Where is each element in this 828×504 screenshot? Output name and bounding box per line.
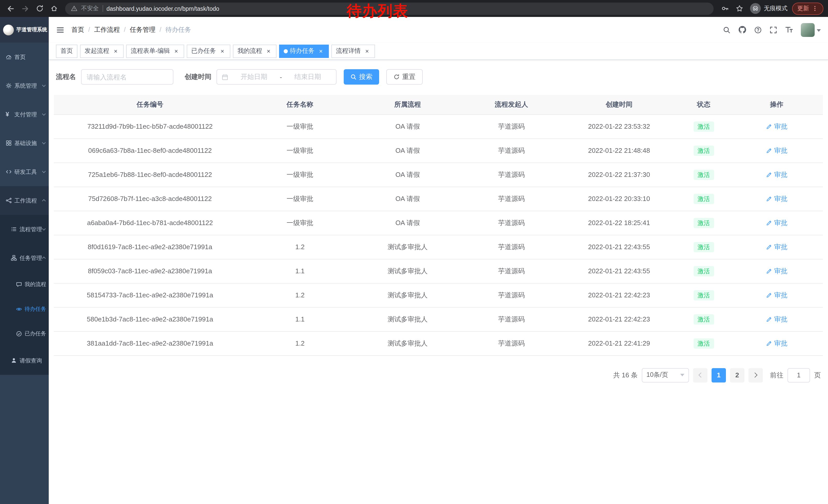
table-row: 8f059c03-7ac8-11ec-a9e2-a2380e71991a 1.1…: [54, 259, 823, 283]
browser-update-button[interactable]: 更新: [792, 2, 823, 15]
chevron-left-icon: [699, 372, 704, 378]
search-icon: [350, 74, 357, 80]
prev-page-button[interactable]: [693, 368, 707, 382]
approve-link[interactable]: 审批: [766, 146, 787, 155]
search-button[interactable]: 搜索: [344, 69, 379, 85]
fullscreen-icon[interactable]: [770, 26, 777, 34]
view-tab[interactable]: 首页: [56, 44, 78, 58]
pagination: 共 16 条 10条/页 1 2 前往 页: [54, 368, 823, 382]
tab-close-icon[interactable]: ×: [112, 48, 119, 54]
browser-back-icon[interactable]: [5, 2, 17, 15]
sidebar-item-home[interactable]: 首页: [0, 43, 49, 71]
help-icon[interactable]: [754, 26, 762, 34]
page-size-select[interactable]: 10条/页: [642, 368, 689, 382]
approve-link[interactable]: 审批: [766, 315, 787, 324]
tab-label: 待办任务: [290, 47, 315, 55]
start-date-placeholder[interactable]: 开始日期: [230, 72, 278, 82]
page-number-button[interactable]: 2: [730, 368, 744, 382]
view-tab[interactable]: 流程详情 ×: [331, 44, 375, 58]
sidebar-item-devtools[interactable]: 研发工具: [0, 157, 49, 186]
approve-link[interactable]: 审批: [766, 194, 787, 203]
view-tab[interactable]: 发起流程 ×: [80, 44, 124, 58]
view-tab[interactable]: 流程表单-编辑 ×: [126, 44, 184, 58]
sidebar-menu: 首页 系统管理 ¥ 支付管理 基础设施: [0, 43, 49, 375]
cell-task-name: 1.2: [246, 331, 354, 355]
chevron-down-icon: [42, 141, 46, 144]
view-tab[interactable]: 待办任务 ×: [279, 44, 329, 58]
tab-close-icon[interactable]: ×: [265, 48, 272, 54]
cell-task-name: 一级审批: [246, 211, 354, 235]
approve-link[interactable]: 审批: [766, 170, 787, 179]
sidebar-item-label: 流程管理: [19, 225, 42, 233]
cell-status: 激活: [677, 211, 731, 235]
browser-forward-icon[interactable]: [19, 2, 31, 15]
sidebar-item-workflow[interactable]: 工作流程: [0, 186, 49, 215]
calendar-icon: [222, 74, 228, 80]
github-icon[interactable]: [738, 26, 746, 34]
cell-task-name: 一级审批: [246, 138, 354, 163]
font-size-icon[interactable]: [785, 26, 793, 34]
approve-link[interactable]: 审批: [766, 218, 787, 227]
sidebar-item-leave-query[interactable]: 请假查询: [0, 346, 49, 375]
sidebar-item-label: 任务管理: [19, 254, 42, 262]
page-number-button[interactable]: 1: [711, 368, 726, 382]
view-tab[interactable]: 已办任务 ×: [187, 44, 230, 58]
sidebar-item-payment[interactable]: ¥ 支付管理: [0, 100, 49, 129]
view-tab[interactable]: 我的流程 ×: [233, 44, 277, 58]
caret-down-icon: [817, 29, 821, 32]
cell-task-id: 069c6a63-7b8a-11ec-8ef0-acde48001122: [54, 138, 246, 163]
sidebar-item-infra[interactable]: 基础设施: [0, 129, 49, 157]
tab-label: 流程表单-编辑: [131, 47, 170, 55]
approve-link[interactable]: 审批: [766, 266, 787, 276]
approve-label: 审批: [774, 290, 787, 300]
bookmark-star-icon[interactable]: [733, 2, 745, 15]
cell-status: 激活: [677, 283, 731, 307]
hamburger-icon[interactable]: [56, 26, 65, 34]
cell-action: 审批: [731, 307, 823, 331]
user-menu[interactable]: [801, 23, 821, 37]
breadcrumb-task-mgmt[interactable]: 任务管理: [130, 26, 165, 34]
create-time-label: 创建时间: [185, 72, 211, 82]
sidebar-item-system[interactable]: 系统管理: [0, 71, 49, 100]
sidebar-item-task-mgmt[interactable]: 任务管理: [0, 243, 49, 272]
check-circle-icon: [16, 331, 22, 337]
cell-status: 激活: [677, 187, 731, 211]
end-date-placeholder[interactable]: 结束日期: [284, 72, 331, 82]
search-icon[interactable]: [723, 26, 731, 34]
sidebar-item-my-process[interactable]: 我的流程: [0, 272, 49, 297]
sidebar-item-process-mgmt[interactable]: 流程管理: [0, 215, 49, 243]
app-logo[interactable]: 芋道管理系统: [0, 17, 49, 43]
cell-initiator: 芋道源码: [461, 331, 562, 355]
tab-close-icon[interactable]: ×: [364, 48, 370, 54]
process-name-input[interactable]: [81, 69, 173, 85]
sidebar: 芋道管理系统 首页 系统管理 ¥ 支付管理: [0, 17, 49, 504]
reset-button[interactable]: 重置: [386, 69, 423, 85]
edit-icon: [766, 196, 772, 202]
tab-close-icon[interactable]: ×: [219, 48, 226, 54]
approve-label: 审批: [774, 339, 787, 348]
todo-task-table: 任务编号任务名称所属流程流程发起人创建时间状态操作 73211d9d-7b9b-…: [54, 95, 823, 356]
date-range-picker[interactable]: 开始日期 - 结束日期: [216, 69, 336, 85]
edit-icon: [766, 172, 772, 178]
goto-page-input[interactable]: [787, 368, 810, 382]
sidebar-item-todo-tasks[interactable]: 待办任务: [0, 297, 49, 321]
column-header: 创建时间: [562, 95, 677, 114]
browser-reload-icon[interactable]: [33, 2, 46, 15]
goto-suffix: 页: [814, 370, 821, 380]
tab-label: 发起流程: [85, 47, 109, 55]
browser-home-icon[interactable]: [48, 2, 60, 15]
next-page-button[interactable]: [748, 368, 763, 382]
kebab-menu-icon[interactable]: [812, 5, 818, 12]
tab-close-icon[interactable]: ×: [173, 48, 179, 54]
approve-link[interactable]: 审批: [766, 242, 787, 251]
browser-chrome: 不安全 dashboard.yudao.iocoder.cn/bpm/task/…: [0, 0, 828, 17]
breadcrumb-workflow[interactable]: 工作流程: [94, 26, 130, 34]
approve-link[interactable]: 审批: [766, 339, 787, 348]
password-key-icon[interactable]: [719, 2, 731, 15]
approve-link[interactable]: 审批: [766, 122, 787, 131]
sidebar-item-done-tasks[interactable]: 已办任务: [0, 321, 49, 346]
breadcrumb-home[interactable]: 首页: [71, 26, 94, 34]
tab-close-icon[interactable]: ×: [318, 48, 324, 54]
approve-link[interactable]: 审批: [766, 290, 787, 300]
security-label[interactable]: 不安全: [81, 5, 99, 12]
